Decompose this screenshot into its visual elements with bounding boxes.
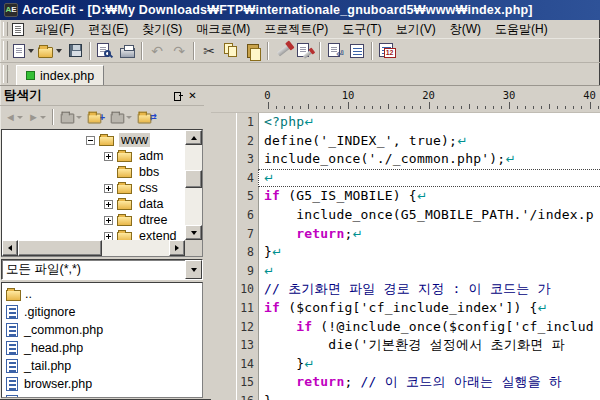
replace-button[interactable]: ⏎	[324, 40, 346, 62]
menu-item-도구T[interactable]: 도구(T)	[335, 20, 388, 38]
tree-item-www[interactable]: www	[2, 132, 185, 148]
line-text[interactable]: include_once('./_common.php');↵	[258, 150, 600, 169]
code-line-12[interactable]: 12 if (!@include_once($config['cf_includ	[211, 318, 600, 337]
line-text[interactable]: return;↵	[258, 225, 600, 244]
code-editor[interactable]: 010203040 1<?php↵2define('_INDEX_', true…	[211, 86, 600, 400]
line-text[interactable]: // 초기화면 파일 경로 지정 : 이 코드는 가	[258, 280, 600, 299]
menu-item-보기V[interactable]: 보기(V)	[389, 20, 443, 38]
find-in-file-button[interactable]	[294, 40, 316, 62]
tree-vscroll-thumb[interactable]	[185, 170, 202, 188]
scroll-right-button[interactable]	[169, 240, 185, 256]
menu-item-찾기S[interactable]: 찾기(S)	[135, 20, 189, 38]
bookmark-gutter[interactable]	[211, 355, 237, 374]
collapse-expander-icon[interactable]	[86, 136, 95, 145]
tree-vertical-scrollbar[interactable]	[185, 130, 202, 240]
file-item-_head.php[interactable]: _head.php	[2, 339, 202, 357]
line-text[interactable]: if (G5_IS_MOBILE) {↵	[258, 187, 600, 206]
open-button[interactable]	[36, 40, 64, 62]
line-text[interactable]: }↵	[258, 243, 600, 262]
redo-button[interactable]: ↷	[168, 40, 190, 62]
folder-view-button[interactable]	[108, 107, 134, 127]
file-item-browser.php[interactable]: browser.php	[2, 375, 202, 393]
expand-expander-icon[interactable]	[104, 200, 113, 209]
close-panel-button[interactable]: ✕	[185, 89, 200, 103]
pin-panel-button[interactable]	[170, 89, 185, 103]
expand-expander-icon[interactable]	[104, 232, 113, 241]
bookmark-gutter[interactable]	[211, 113, 237, 132]
code-area[interactable]: 1<?php↵2define('_INDEX_', true);↵3includ…	[211, 113, 600, 400]
bookmark-gutter[interactable]	[211, 225, 237, 244]
line-text[interactable]: }↵	[258, 355, 600, 374]
print-button[interactable]	[116, 40, 138, 62]
line-text[interactable]: }	[258, 392, 600, 400]
menu-item-프로젝트P[interactable]: 프로젝트(P)	[257, 20, 335, 38]
menu-item-편집E[interactable]: 편집(E)	[81, 20, 135, 38]
code-line-10[interactable]: 10// 초기화면 파일 경로 지정 : 이 코드는 가	[211, 280, 600, 299]
file-filter-combo[interactable]: 모든 파일(*,*)	[1, 259, 203, 280]
code-line-15[interactable]: 15 return; // 이 코드의 아래는 실행을 하	[211, 373, 600, 392]
code-line-7[interactable]: 7 return;↵	[211, 225, 600, 244]
file-item-dot[interactable]: ..	[2, 285, 202, 303]
copy-button[interactable]	[220, 40, 242, 62]
code-line-4[interactable]: 4↵	[211, 169, 600, 188]
expand-expander-icon[interactable]	[104, 184, 113, 193]
undo-button[interactable]: ↶	[146, 40, 168, 62]
menu-item-도움말H[interactable]: 도움말(H)	[488, 20, 555, 38]
tree-item-adm[interactable]: adm	[2, 148, 185, 164]
chevron-down-icon[interactable]	[28, 49, 34, 53]
code-line-16[interactable]: 16}	[211, 392, 600, 400]
chevron-down-icon[interactable]	[76, 116, 82, 119]
bookmark-gutter[interactable]	[211, 280, 237, 299]
combo-dropdown-button[interactable]	[185, 260, 202, 279]
code-line-1[interactable]: 1<?php↵	[211, 113, 600, 132]
code-line-11[interactable]: 11if ($config['cf_include_index']) {↵	[211, 299, 600, 318]
bookmark-gutter[interactable]	[211, 187, 237, 206]
tabbar-grip[interactable]	[3, 65, 8, 83]
menu-item-창W[interactable]: 창(W)	[443, 20, 488, 38]
bookmark-gutter[interactable]	[211, 206, 237, 225]
code-line-9[interactable]: 9↵	[211, 262, 600, 281]
line-text[interactable]: die('기본환경 설정에서 초기화면 파	[258, 336, 600, 355]
line-text[interactable]: <?php↵	[258, 113, 600, 132]
line-text[interactable]: include_once(G5_MOBILE_PATH.'/index.p	[258, 206, 600, 225]
tree-horizontal-scrollbar[interactable]	[2, 240, 185, 256]
code-line-8[interactable]: 8}↵	[211, 243, 600, 262]
chevron-down-icon[interactable]	[126, 116, 132, 119]
title-bar[interactable]: AE AcroEdit - [D:₩My Downloads₩FTP₩inter…	[0, 0, 600, 20]
bookmark-gutter[interactable]	[211, 318, 237, 337]
panel-splitter[interactable]	[204, 86, 211, 400]
tree-hscroll-thumb[interactable]	[18, 240, 102, 256]
new-folder-button[interactable]: +	[85, 107, 107, 127]
refresh-folder-button[interactable]: ⇄	[135, 107, 159, 127]
file-item-common.php[interactable]: common.php	[2, 393, 202, 398]
bookmark-gutter[interactable]	[211, 150, 237, 169]
file-item-_common.php[interactable]: _common.php	[2, 321, 202, 339]
line-text[interactable]: if (!@include_once($config['cf_includ	[258, 318, 600, 337]
tree-item-data[interactable]: data	[2, 196, 185, 212]
line-text[interactable]: return; // 이 코드의 아래는 실행을 하	[258, 373, 600, 392]
child-window-icon[interactable]	[12, 23, 24, 36]
chevron-down-icon[interactable]	[40, 116, 46, 119]
menu-item-파일F[interactable]: 파일(F)	[28, 20, 81, 38]
chevron-down-icon[interactable]	[17, 116, 23, 119]
scroll-left-button[interactable]	[2, 240, 18, 256]
bookmark-gutter[interactable]	[211, 392, 237, 400]
paste-button[interactable]	[242, 40, 264, 62]
tree-item-dtree[interactable]: dtree	[2, 212, 185, 228]
document-list-button[interactable]	[346, 40, 368, 62]
line-text[interactable]: if ($config['cf_include_index']) {↵	[258, 299, 600, 318]
new-button[interactable]	[11, 40, 36, 62]
folder-up-button[interactable]	[58, 107, 84, 127]
code-line-2[interactable]: 2define('_INDEX_', true);↵	[211, 132, 600, 151]
bookmark-gutter[interactable]	[211, 243, 237, 262]
expand-expander-icon[interactable]	[104, 216, 113, 225]
print-preview-button[interactable]	[94, 40, 116, 62]
file-item-_tail.php[interactable]: _tail.php	[2, 357, 202, 375]
code-line-6[interactable]: 6 include_once(G5_MOBILE_PATH.'/index.p	[211, 206, 600, 225]
tree-item-bbs[interactable]: bbs	[2, 164, 185, 180]
chevron-down-icon[interactable]	[56, 49, 62, 53]
find-button[interactable]	[272, 40, 294, 62]
current-line-text[interactable]: ↵	[258, 169, 600, 188]
line-text[interactable]: define('_INDEX_', true);↵	[258, 132, 600, 151]
bookmark-gutter[interactable]	[211, 169, 237, 188]
